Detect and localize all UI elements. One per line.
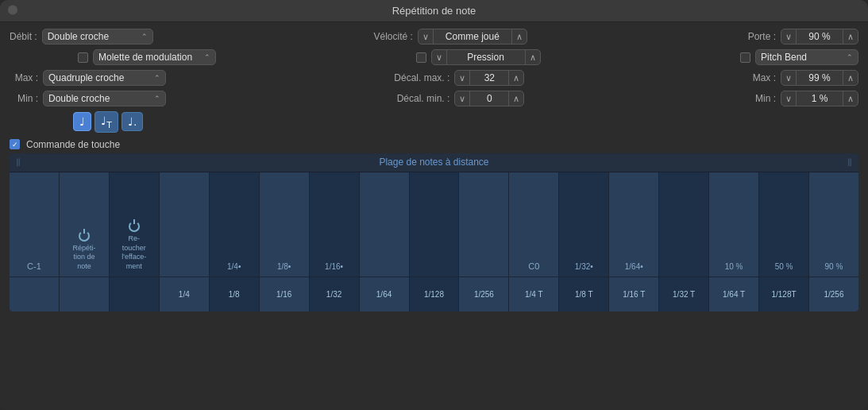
- max2-up-btn[interactable]: ∧: [843, 72, 858, 84]
- row-1: Débit : Double croche ⌃ Vélocité : ∨ Com…: [10, 29, 858, 44]
- close-button[interactable]: [8, 5, 17, 14]
- piano-key-10pct[interactable]: 10 % 1/64 T: [709, 172, 759, 311]
- velocity-label: Vélocité :: [373, 31, 412, 42]
- window-title: Répétition de note: [392, 5, 476, 17]
- piano-key-blank5[interactable]: 1/32 T: [659, 172, 709, 311]
- velocity-stepper[interactable]: ∨ Comme joué ∧: [418, 29, 527, 44]
- porte-label: Porte :: [748, 31, 776, 42]
- key-c0-note: C0: [528, 261, 539, 272]
- key-50pct-label: 50 %: [775, 261, 793, 272]
- main-window: Répétition de note Débit : Double croche…: [0, 0, 868, 410]
- key-eighth-dot-label: 1/8•: [277, 261, 291, 272]
- key-c-1-bottom: [10, 277, 59, 311]
- drag-handle-left[interactable]: ⦀: [16, 156, 21, 169]
- note-btn-quarter-dot[interactable]: ♩.: [122, 112, 143, 131]
- min-value: Double croche: [48, 93, 110, 104]
- modulation-dropdown[interactable]: Molette de modulation ⌃: [93, 49, 216, 65]
- key-blank1-label: 1/4: [179, 290, 190, 299]
- row-4: Min : Double croche ⌃ Décal. min. : ∨ 0 …: [10, 91, 858, 106]
- max-dropdown[interactable]: Quadruple croche ⌃: [43, 70, 166, 86]
- min2-up-btn[interactable]: ∧: [843, 93, 858, 105]
- key-repetition-top: Répéti-tion denote: [60, 172, 109, 277]
- note-btn-quarter[interactable]: ♩: [73, 112, 91, 131]
- min-arrow: ⌃: [154, 95, 160, 102]
- max2-label: Max :: [753, 72, 776, 83]
- power-icon-retoucher: [129, 221, 140, 232]
- key-10pct-bottom: 1/64 T: [709, 277, 758, 311]
- key-eighth-dot-bottom: 1/16: [260, 277, 309, 311]
- piano-key-64dot[interactable]: 1/64• 1/16 T: [609, 172, 659, 311]
- piano-key-c0[interactable]: C0 1/4 T: [509, 172, 559, 311]
- decal-max-stepper[interactable]: ∨ 32 ∧: [454, 70, 524, 86]
- key-blank3-bottom: 1/128: [410, 277, 459, 311]
- commande-label: Commande de touche: [26, 139, 120, 150]
- pitch-bend-section: Pitch Bend ⌃: [740, 49, 858, 65]
- key-90pct-bottom: 1/256: [809, 277, 858, 311]
- decal-max-up-btn[interactable]: ∧: [509, 72, 523, 84]
- max-arrow: ⌃: [154, 74, 160, 82]
- porte-stepper[interactable]: ∨ 90 % ∧: [781, 29, 858, 44]
- velocity-down-btn[interactable]: ∨: [419, 31, 433, 43]
- piano-key-eighth-dot[interactable]: 1/8• 1/16: [260, 172, 310, 311]
- key-blank2-bottom: 1/64: [360, 277, 409, 311]
- piano-key-retoucher[interactable]: Re-toucherl'efface-ment: [110, 172, 160, 311]
- pression-value: Pression: [446, 50, 526, 64]
- drag-handle-right[interactable]: ⦀: [847, 156, 852, 169]
- porte-down-btn[interactable]: ∨: [781, 31, 796, 43]
- piano-key-blank3[interactable]: 1/128: [410, 172, 460, 311]
- min2-stepper[interactable]: ∨ 1 % ∧: [781, 91, 858, 106]
- keyboard-area: ⦀ Plage de notes à distance ⦀ C-1: [10, 153, 858, 311]
- porte-up-btn[interactable]: ∧: [843, 31, 858, 43]
- velocity-value: Comme joué: [433, 29, 512, 44]
- min2-down-btn[interactable]: ∨: [781, 93, 796, 105]
- max2-stepper[interactable]: ∨ 99 % ∧: [781, 70, 858, 86]
- key-repetition-bottom: [60, 277, 109, 311]
- decal-min-stepper[interactable]: ∨ 0 ∧: [454, 91, 524, 106]
- piano-key-blank2[interactable]: 1/64: [360, 172, 410, 311]
- debit-dropdown[interactable]: Double croche ⌃: [42, 29, 153, 44]
- pression-down-btn[interactable]: ∨: [432, 52, 446, 64]
- velocity-up-btn[interactable]: ∧: [512, 31, 527, 43]
- pitch-bend-checkbox[interactable]: [740, 52, 750, 63]
- max2-down-btn[interactable]: ∨: [781, 72, 796, 84]
- pression-stepper[interactable]: ∨ Pression ∧: [431, 49, 541, 65]
- piano-key-50pct[interactable]: 50 % 1/128T: [759, 172, 809, 311]
- key-c0-bottom: 1/4 T: [509, 277, 558, 311]
- decal-min-value: 0: [469, 91, 509, 106]
- min2-label: Min :: [755, 93, 776, 104]
- key-64dot-label: 1/64•: [625, 261, 643, 272]
- key-90pct-top: 90 %: [809, 172, 858, 277]
- key-10pct-bottom-label: 1/64 T: [723, 290, 745, 299]
- modulation-section: Molette de modulation ⌃: [78, 49, 216, 65]
- piano-key-blank1[interactable]: 1/4: [160, 172, 210, 311]
- piano-key-sixteenth-dot[interactable]: 1/16• 1/32: [310, 172, 360, 311]
- decal-max-down-btn[interactable]: ∨: [455, 72, 469, 84]
- pitch-bend-dropdown[interactable]: Pitch Bend ⌃: [755, 49, 858, 65]
- piano-key-c-1[interactable]: C-1: [10, 172, 60, 311]
- key-sixteenth-dot-top: 1/16•: [310, 172, 359, 277]
- power-icon-repetition: [79, 230, 90, 242]
- key-90pct-label: 90 %: [825, 261, 843, 272]
- pression-up-btn[interactable]: ∧: [526, 52, 540, 64]
- piano-key-quarter-dot[interactable]: 1/4• 1/8: [210, 172, 260, 311]
- modulation-checkbox[interactable]: [78, 52, 88, 63]
- debit-section: Débit : Double croche ⌃: [10, 29, 153, 44]
- key-blank3-top: [410, 172, 459, 277]
- commande-checkbox[interactable]: ✓: [10, 139, 20, 149]
- key-32dot-label: 1/32•: [575, 261, 593, 272]
- piano-key-repetition[interactable]: Répéti-tion denote: [60, 172, 110, 311]
- traffic-lights: [8, 5, 17, 17]
- decal-min-down-btn[interactable]: ∨: [455, 93, 469, 105]
- piano-key-32dot[interactable]: 1/32• 1/8 T: [559, 172, 609, 311]
- decal-max-section: Décal. max. : ∨ 32 ∧: [394, 70, 524, 86]
- pression-checkbox[interactable]: [416, 52, 426, 63]
- key-10pct-label: 10 %: [725, 261, 743, 272]
- decal-min-up-btn[interactable]: ∧: [509, 93, 523, 105]
- piano-key-90pct[interactable]: 90 % 1/256: [809, 172, 858, 311]
- min-dropdown[interactable]: Double croche ⌃: [43, 91, 166, 106]
- key-c0-top: C0: [509, 172, 558, 277]
- piano-key-blank4[interactable]: 1/256: [459, 172, 509, 311]
- note-btn-quarter-t[interactable]: ♩T: [95, 111, 118, 133]
- row-2: Molette de modulation ⌃ ∨ Pression ∧: [10, 49, 858, 65]
- debit-label: Débit :: [10, 31, 37, 42]
